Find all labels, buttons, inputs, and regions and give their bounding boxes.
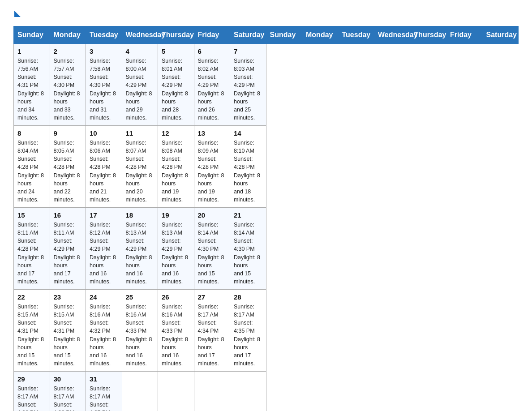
- calendar-cell: 12Sunrise: 8:08 AMSunset: 4:28 PMDayligh…: [158, 126, 194, 208]
- day-number: 30: [54, 375, 82, 383]
- day-info: Sunrise: 8:16 AMSunset: 4:33 PMDaylight:…: [126, 303, 154, 368]
- day-number: 27: [198, 293, 227, 301]
- calendar-cell: 7Sunrise: 8:03 AMSunset: 4:29 PMDaylight…: [230, 44, 266, 126]
- day-info: Sunrise: 8:10 AMSunset: 4:28 PMDaylight:…: [234, 139, 262, 204]
- day-number: 26: [162, 293, 190, 301]
- calendar-cell: 24Sunrise: 8:16 AMSunset: 4:32 PMDayligh…: [86, 290, 122, 372]
- day-number: 10: [90, 129, 118, 137]
- calendar-cell: 3Sunrise: 7:58 AMSunset: 4:30 PMDaylight…: [86, 44, 122, 126]
- day-number: 23: [54, 293, 82, 301]
- logo: [13, 9, 21, 17]
- day-info: Sunrise: 8:14 AMSunset: 4:30 PMDaylight:…: [198, 221, 227, 286]
- logo-row1: [13, 9, 21, 17]
- day-info: Sunrise: 7:57 AMSunset: 4:30 PMDaylight:…: [54, 57, 82, 122]
- calendar-cell: [158, 372, 194, 411]
- calendar-cell: 15Sunrise: 8:11 AMSunset: 4:28 PMDayligh…: [14, 208, 50, 290]
- day-info: Sunrise: 8:07 AMSunset: 4:28 PMDaylight:…: [126, 139, 154, 204]
- day-number: 3: [90, 47, 118, 55]
- calendar-cell: [122, 372, 158, 411]
- column-header-friday: Friday: [194, 26, 230, 44]
- day-info: Sunrise: 8:15 AMSunset: 4:31 PMDaylight:…: [54, 303, 82, 368]
- calendar-cell: 14Sunrise: 8:10 AMSunset: 4:28 PMDayligh…: [230, 126, 266, 208]
- day-info: Sunrise: 8:02 AMSunset: 4:29 PMDaylight:…: [198, 57, 227, 122]
- calendar-cell: 26Sunrise: 8:16 AMSunset: 4:33 PMDayligh…: [158, 290, 194, 372]
- day-info: Sunrise: 8:06 AMSunset: 4:28 PMDaylight:…: [90, 139, 118, 204]
- day-number: 29: [17, 375, 46, 383]
- day-number: 15: [17, 211, 46, 219]
- day-number: 2: [54, 47, 82, 55]
- day-info: Sunrise: 8:13 AMSunset: 4:29 PMDaylight:…: [126, 221, 154, 286]
- day-info: Sunrise: 8:00 AMSunset: 4:29 PMDaylight:…: [126, 57, 154, 122]
- calendar-cell: [194, 372, 230, 411]
- day-info: Sunrise: 7:58 AMSunset: 4:30 PMDaylight:…: [90, 57, 118, 122]
- day-info: Sunrise: 8:14 AMSunset: 4:30 PMDaylight:…: [234, 221, 262, 286]
- day-number: 6: [198, 47, 227, 55]
- day-number: 24: [90, 293, 118, 301]
- calendar-week-row: 29Sunrise: 8:17 AMSunset: 4:36 PMDayligh…: [14, 372, 519, 411]
- day-number: 28: [234, 293, 262, 301]
- day-number: 16: [54, 211, 82, 219]
- day-number: 12: [162, 129, 190, 137]
- day-info: Sunrise: 8:05 AMSunset: 4:28 PMDaylight:…: [54, 139, 82, 204]
- calendar-cell: 22Sunrise: 8:15 AMSunset: 4:31 PMDayligh…: [14, 290, 50, 372]
- column-header-sunday: Sunday: [266, 26, 302, 44]
- calendar-cell: 11Sunrise: 8:07 AMSunset: 4:28 PMDayligh…: [122, 126, 158, 208]
- column-header-monday: Monday: [302, 26, 339, 44]
- logo-triangle-icon: [14, 11, 21, 17]
- calendar-cell: 6Sunrise: 8:02 AMSunset: 4:29 PMDaylight…: [194, 44, 230, 126]
- calendar-cell: 20Sunrise: 8:14 AMSunset: 4:30 PMDayligh…: [194, 208, 230, 290]
- calendar-header-row: SundayMondayTuesdayWednesdayThursdayFrid…: [14, 26, 519, 44]
- day-info: Sunrise: 7:56 AMSunset: 4:31 PMDaylight:…: [17, 57, 46, 122]
- column-header-wednesday: Wednesday: [374, 26, 411, 44]
- calendar-cell: 19Sunrise: 8:13 AMSunset: 4:29 PMDayligh…: [158, 208, 194, 290]
- calendar-cell: 30Sunrise: 8:17 AMSunset: 4:36 PMDayligh…: [50, 372, 86, 411]
- day-number: 1: [17, 47, 46, 55]
- day-number: 31: [90, 375, 118, 383]
- column-header-wednesday: Wednesday: [122, 26, 158, 44]
- day-number: 14: [234, 129, 262, 137]
- calendar-cell: 16Sunrise: 8:11 AMSunset: 4:29 PMDayligh…: [50, 208, 86, 290]
- day-info: Sunrise: 8:04 AMSunset: 4:28 PMDaylight:…: [17, 139, 46, 204]
- day-number: 9: [54, 129, 82, 137]
- column-header-tuesday: Tuesday: [338, 26, 374, 44]
- column-header-friday: Friday: [446, 26, 483, 44]
- day-number: 8: [17, 129, 46, 137]
- calendar-cell: 8Sunrise: 8:04 AMSunset: 4:28 PMDaylight…: [14, 126, 50, 208]
- calendar-cell: 17Sunrise: 8:12 AMSunset: 4:29 PMDayligh…: [86, 208, 122, 290]
- day-number: 19: [162, 211, 190, 219]
- calendar-cell: 10Sunrise: 8:06 AMSunset: 4:28 PMDayligh…: [86, 126, 122, 208]
- day-info: Sunrise: 8:17 AMSunset: 4:36 PMDaylight:…: [54, 385, 82, 411]
- calendar-table: SundayMondayTuesdayWednesdayThursdayFrid…: [13, 26, 519, 411]
- calendar-week-row: 1Sunrise: 7:56 AMSunset: 4:31 PMDaylight…: [14, 44, 519, 126]
- day-info: Sunrise: 8:09 AMSunset: 4:28 PMDaylight:…: [198, 139, 227, 204]
- column-header-saturday: Saturday: [482, 26, 519, 44]
- day-info: Sunrise: 8:11 AMSunset: 4:29 PMDaylight:…: [54, 221, 82, 286]
- day-info: Sunrise: 8:16 AMSunset: 4:33 PMDaylight:…: [162, 303, 190, 368]
- calendar-cell: 4Sunrise: 8:00 AMSunset: 4:29 PMDaylight…: [122, 44, 158, 126]
- day-info: Sunrise: 8:15 AMSunset: 4:31 PMDaylight:…: [17, 303, 46, 368]
- day-info: Sunrise: 8:17 AMSunset: 4:34 PMDaylight:…: [198, 303, 227, 368]
- column-header-thursday: Thursday: [158, 26, 194, 44]
- calendar-week-row: 8Sunrise: 8:04 AMSunset: 4:28 PMDaylight…: [14, 126, 519, 208]
- day-info: Sunrise: 8:17 AMSunset: 4:37 PMDaylight:…: [90, 385, 118, 411]
- calendar-cell: 5Sunrise: 8:01 AMSunset: 4:29 PMDaylight…: [158, 44, 194, 126]
- calendar-week-row: 22Sunrise: 8:15 AMSunset: 4:31 PMDayligh…: [14, 290, 519, 372]
- calendar-week-row: 15Sunrise: 8:11 AMSunset: 4:28 PMDayligh…: [14, 208, 519, 290]
- calendar-cell: 28Sunrise: 8:17 AMSunset: 4:35 PMDayligh…: [230, 290, 266, 372]
- calendar-cell: 31Sunrise: 8:17 AMSunset: 4:37 PMDayligh…: [86, 372, 122, 411]
- day-info: Sunrise: 8:12 AMSunset: 4:29 PMDaylight:…: [90, 221, 118, 286]
- day-info: Sunrise: 8:08 AMSunset: 4:28 PMDaylight:…: [162, 139, 190, 204]
- day-info: Sunrise: 8:01 AMSunset: 4:29 PMDaylight:…: [162, 57, 190, 122]
- day-number: 21: [234, 211, 262, 219]
- day-number: 20: [198, 211, 227, 219]
- day-number: 25: [126, 293, 154, 301]
- day-number: 7: [234, 47, 262, 55]
- calendar-cell: [230, 372, 266, 411]
- calendar-cell: 23Sunrise: 8:15 AMSunset: 4:31 PMDayligh…: [50, 290, 86, 372]
- column-header-tuesday: Tuesday: [86, 26, 122, 44]
- day-info: Sunrise: 8:16 AMSunset: 4:32 PMDaylight:…: [90, 303, 118, 368]
- day-info: Sunrise: 8:13 AMSunset: 4:29 PMDaylight:…: [162, 221, 190, 286]
- calendar-cell: 21Sunrise: 8:14 AMSunset: 4:30 PMDayligh…: [230, 208, 266, 290]
- calendar-cell: 2Sunrise: 7:57 AMSunset: 4:30 PMDaylight…: [50, 44, 86, 126]
- logo-wrapper: [13, 9, 21, 17]
